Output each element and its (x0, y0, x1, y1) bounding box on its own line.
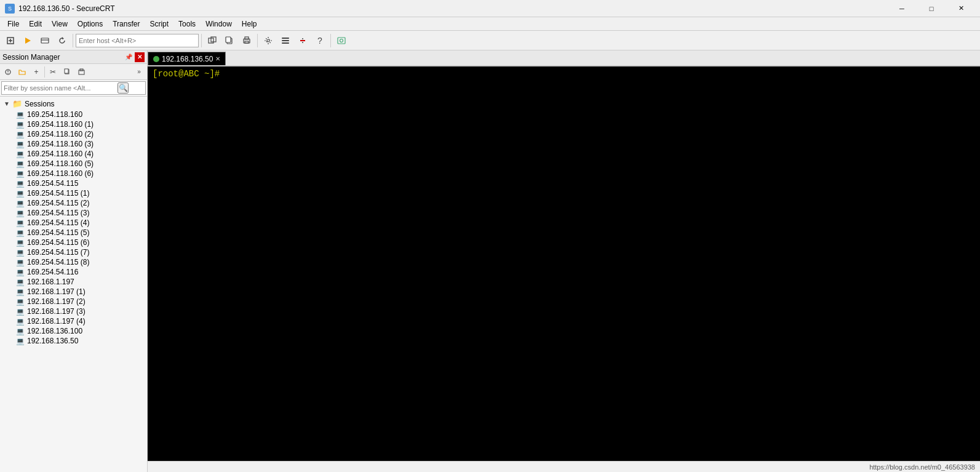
session-icon: 💻 (16, 130, 25, 138)
terminal-area[interactable]: [root@ABC ~]# (148, 66, 980, 461)
session-list-item[interactable]: 💻169.254.118.160 (15, 110, 145, 119)
session-toolbar-separator (44, 66, 45, 78)
session-icon: 💻 (16, 111, 25, 119)
session-list-item[interactable]: 💻169.254.54.115 (7) (15, 247, 145, 257)
pin-panel-button[interactable]: 📌 (124, 52, 133, 62)
menu-script[interactable]: Script (145, 18, 173, 30)
settings-button[interactable] (260, 33, 276, 49)
svg-point-22 (340, 39, 343, 42)
maximize-button[interactable]: □ (917, 0, 946, 17)
disconnect-button[interactable] (295, 33, 311, 49)
session-paste-button[interactable] (74, 65, 88, 79)
terminal-content[interactable]: [root@ABC ~]# (148, 66, 980, 461)
session-list-item[interactable]: 💻169.254.118.160 (5) (15, 159, 145, 169)
session-list-item[interactable]: 💻192.168.1.197 (1) (15, 287, 145, 297)
host-input[interactable] (79, 37, 189, 44)
sessions-root-item[interactable]: ▼ 📁 Sessions (2, 98, 145, 110)
menu-file[interactable]: File (2, 18, 24, 30)
print-button[interactable] (239, 33, 255, 49)
app-icon: S (5, 4, 15, 14)
clone-session-button[interactable] (204, 33, 220, 49)
session-list-item[interactable]: 💻169.254.54.115 (1) (15, 188, 145, 198)
session-list-item[interactable]: 💻192.168.1.197 (3) (15, 306, 145, 316)
menu-tools[interactable]: Tools (173, 18, 201, 30)
session-toolbar: + ✂ » (0, 64, 147, 80)
toolbar-separator-3 (257, 34, 258, 47)
session-list-item[interactable]: 💻192.168.136.100 (15, 326, 145, 336)
session-icon: 💻 (16, 327, 25, 335)
session-list-item[interactable]: 💻192.168.136.50 (15, 336, 145, 346)
connect-bar-button[interactable] (37, 33, 53, 49)
menu-help[interactable]: Help (237, 18, 262, 30)
toolbar-separator-1 (73, 34, 73, 47)
content-area: 192.168.136.50 ✕ [root@ABC ~]# https://b… (148, 50, 980, 472)
menu-window[interactable]: Window (201, 18, 237, 30)
copy-button[interactable] (221, 33, 237, 49)
session-icon: 💻 (16, 209, 25, 217)
session-icon: 💻 (16, 268, 25, 276)
session-list-item[interactable]: 💻192.168.1.197 (2) (15, 297, 145, 306)
session-icon: 💻 (16, 140, 25, 148)
session-cut-button[interactable]: ✂ (46, 65, 60, 79)
session-list-item[interactable]: 💻169.254.118.160 (1) (15, 119, 145, 129)
filter-area: 🔍 (0, 80, 147, 97)
session-list-item[interactable]: 💻169.254.54.115 (6) (15, 238, 145, 247)
session-folder-button[interactable] (15, 65, 29, 79)
help-button[interactable]: ? (312, 33, 328, 49)
minimize-button[interactable]: ─ (888, 0, 916, 17)
reconnect-button[interactable] (54, 33, 70, 49)
title-bar: S 192.168.136.50 - SecureCRT ─ □ ✕ (0, 0, 980, 17)
menu-edit[interactable]: Edit (24, 18, 47, 30)
menu-view[interactable]: View (47, 18, 73, 30)
session-copy-button[interactable] (60, 65, 74, 79)
active-tab[interactable]: 192.168.136.50 ✕ (148, 52, 226, 65)
session-icon: 💻 (16, 258, 25, 266)
session-list-item[interactable]: 💻169.254.54.115 (2) (15, 198, 145, 208)
toolbar: ? (0, 31, 980, 50)
menu-options[interactable]: Options (73, 18, 108, 30)
session-list-item[interactable]: 💻169.254.54.116 (15, 267, 145, 277)
session-icon: 💻 (16, 239, 25, 247)
svg-marker-6 (62, 37, 64, 39)
sessions-toolbar-button[interactable] (277, 33, 293, 49)
window-title: 192.168.136.50 - SecureCRT (18, 4, 115, 13)
sessions-children: 💻169.254.118.160💻169.254.118.160 (1)💻169… (2, 110, 145, 346)
session-list-item[interactable]: 💻169.254.118.160 (2) (15, 129, 145, 139)
svg-rect-10 (226, 37, 231, 42)
tab-close-button[interactable]: ✕ (215, 55, 220, 62)
session-list-item[interactable]: 💻169.254.54.115 (4) (15, 218, 145, 228)
session-list-item[interactable]: 💻169.254.54.115 (5) (15, 228, 145, 238)
session-list-item[interactable]: 💻169.254.118.160 (3) (15, 139, 145, 149)
filter-input[interactable] (4, 84, 118, 92)
svg-marker-3 (25, 38, 31, 44)
sessions-root-label: Sessions (25, 100, 55, 108)
close-panel-button[interactable]: ✕ (135, 52, 145, 62)
toolbar-separator-2 (201, 34, 202, 47)
quick-connect-button[interactable] (20, 33, 36, 49)
svg-rect-27 (65, 69, 68, 73)
svg-rect-15 (282, 38, 289, 39)
new-session-button[interactable] (2, 33, 18, 49)
session-icon: 💻 (16, 249, 25, 257)
session-list-item[interactable]: 💻169.254.54.115 (15, 178, 145, 188)
session-list-item[interactable]: 💻192.168.1.197 (4) (15, 316, 145, 326)
screenshot-button[interactable] (333, 33, 349, 49)
session-list-item[interactable]: 💻169.254.54.115 (3) (15, 208, 145, 218)
session-list-item[interactable]: 💻169.254.54.115 (8) (15, 257, 145, 267)
filter-search-button[interactable]: 🔍 (118, 82, 129, 94)
menu-transfer[interactable]: Transfer (108, 18, 145, 30)
session-list-item[interactable]: 💻169.254.118.160 (4) (15, 149, 145, 159)
session-icon: 💻 (16, 337, 25, 345)
session-list-item[interactable]: 💻169.254.118.160 (6) (15, 169, 145, 178)
session-icon: 💻 (16, 199, 25, 207)
session-link-button[interactable] (1, 65, 15, 79)
close-button[interactable]: ✕ (947, 0, 975, 17)
title-bar-left: S 192.168.136.50 - SecureCRT (5, 4, 115, 14)
session-add-button[interactable]: + (30, 65, 43, 79)
session-icon: 💻 (16, 288, 25, 296)
session-list-item[interactable]: 💻192.168.1.197 (15, 277, 145, 287)
session-icon: 💻 (16, 170, 25, 178)
filter-wrapper: 🔍 (1, 81, 146, 95)
host-input-container[interactable] (76, 34, 199, 47)
session-panel-expand-button[interactable]: » (132, 65, 146, 79)
